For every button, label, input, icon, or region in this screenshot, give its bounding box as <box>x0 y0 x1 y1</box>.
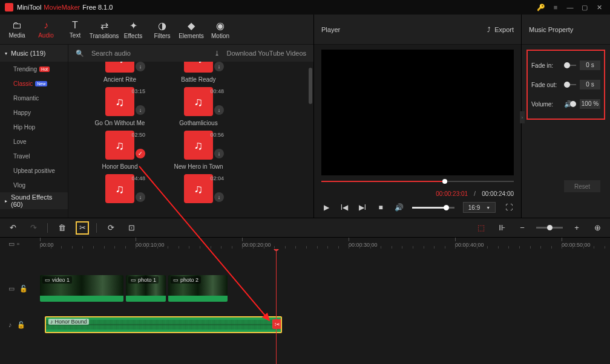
cat-travel[interactable]: Travel <box>0 149 68 163</box>
music-item[interactable]: ♫00:48↓Gothamlicious <box>162 87 235 131</box>
music-item[interactable]: ♫↓Battle Ready <box>162 62 235 87</box>
fadeout-slider[interactable] <box>564 84 576 85</box>
time-current: 00:00:23:01 <box>436 190 468 197</box>
volume-value[interactable]: 100 % <box>580 99 600 109</box>
cat-classic[interactable]: ClassicNew <box>0 76 68 91</box>
maximize-icon[interactable]: ▢ <box>579 1 591 13</box>
redo-icon[interactable]: ↷ <box>27 221 40 235</box>
category-music-header[interactable]: ▾Music (119) <box>0 45 68 62</box>
fadein-value[interactable]: 0 s <box>580 60 600 70</box>
tab-text[interactable]: TText <box>61 15 90 44</box>
music-scrollbar[interactable] <box>309 62 312 218</box>
category-sfx-header[interactable]: ▸Sound Effects (60) <box>0 192 68 209</box>
cat-happy[interactable]: Happy <box>0 105 68 120</box>
audio-clip[interactable]: ♪ Honor Bound ✂ <box>45 316 282 333</box>
player-volume-slider[interactable] <box>412 207 454 209</box>
track-head-icon[interactable]: ▭ <box>8 240 15 248</box>
fullscreen-icon[interactable]: ⛶ <box>504 203 514 212</box>
search-icon[interactable]: 🔍 <box>76 50 84 57</box>
menu-icon[interactable]: ≡ <box>549 1 562 13</box>
fadein-label: Fade in: <box>531 62 560 69</box>
download-track-icon[interactable]: ↓ <box>136 62 145 71</box>
close-icon[interactable]: ✕ <box>593 1 605 13</box>
tab-elements[interactable]: ◆Elements <box>177 15 206 44</box>
prev-frame-icon[interactable]: I◀ <box>339 203 349 212</box>
aspect-select[interactable]: 16:9▼ <box>463 202 496 213</box>
timeline[interactable]: ▭🔓 ▭ video 1 ▭ photo 1 ▭ photo 2 ♪🔓 ♪ Ho… <box>0 249 610 364</box>
music-item[interactable]: ♫02:04↓ <box>162 174 235 218</box>
fadeout-label: Fade out: <box>531 82 560 88</box>
lock-icon[interactable]: 🔓 <box>17 321 25 329</box>
fadeout-value[interactable]: 0 s <box>580 80 600 89</box>
timeline-ruler[interactable]: ▭ ▫ 00:0000:00:10:0000:00:20:0000:00:30:… <box>0 237 610 249</box>
undo-icon[interactable]: ↶ <box>6 221 19 235</box>
app-version: Free 8.1.0 <box>82 4 113 11</box>
track-head-icon-b[interactable]: ▫ <box>17 240 19 247</box>
stop-icon[interactable]: ■ <box>376 203 385 212</box>
player-title: Player <box>321 26 340 33</box>
music-item[interactable]: ♫03:15↓Go On Without Me <box>84 87 156 131</box>
fadein-slider[interactable] <box>564 65 576 66</box>
download-track-icon[interactable]: ↓ <box>214 62 224 71</box>
tab-motion[interactable]: ◉Motion <box>206 15 235 44</box>
download-icon[interactable]: ⤓ <box>214 50 220 57</box>
lock-icon[interactable]: 🔓 <box>19 285 28 293</box>
download-track-icon[interactable]: ↓ <box>214 105 224 115</box>
next-frame-icon[interactable]: ▶I <box>358 203 367 212</box>
cat-love[interactable]: Love <box>0 134 68 149</box>
app-title-b: MovieMaker <box>44 4 80 11</box>
reset-button[interactable]: Reset <box>564 180 600 192</box>
track-added-icon[interactable]: ✓ <box>136 149 145 158</box>
download-label[interactable]: Download YouTube Videos <box>227 50 307 57</box>
audio-track-icon[interactable]: ♪ <box>8 321 12 328</box>
cat-vlog[interactable]: Vlog <box>0 178 68 192</box>
key-icon[interactable]: 🔑 <box>535 1 547 13</box>
marker-a-icon[interactable]: ⬚ <box>474 221 488 235</box>
search-label[interactable]: Search audio <box>91 50 131 57</box>
playhead[interactable] <box>276 249 277 364</box>
video-clip[interactable]: ▭ video 1 <box>40 275 123 302</box>
cat-hiphop[interactable]: Hip Hop <box>0 120 68 134</box>
app-title-a: MiniTool <box>17 4 41 11</box>
marker-b-icon[interactable]: ⊪ <box>495 221 508 235</box>
music-item[interactable]: ♫↓Ancient Rite <box>84 62 156 87</box>
download-track-icon[interactable]: ↓ <box>136 105 145 115</box>
download-track-icon[interactable]: ↓ <box>214 192 224 202</box>
tab-effects[interactable]: ✦Effects <box>119 15 148 44</box>
speed-icon[interactable]: ⟳ <box>104 221 117 235</box>
play-icon[interactable]: ▶ <box>321 203 331 212</box>
delete-icon[interactable]: 🗑 <box>55 221 68 235</box>
tab-transitions[interactable]: ⇄Transitions <box>90 15 119 44</box>
music-item[interactable]: ♫02:50✓Honor Bound <box>84 131 156 174</box>
split-icon[interactable]: ✂ <box>76 221 89 235</box>
download-track-icon[interactable]: ↓ <box>136 192 145 202</box>
preview-canvas[interactable] <box>321 50 514 175</box>
split-marker-icon[interactable]: ✂ <box>272 319 282 329</box>
seek-bar[interactable] <box>321 178 514 185</box>
cat-upbeat[interactable]: Upbeat positive <box>0 163 68 178</box>
cat-romantic[interactable]: Romantic <box>0 91 68 105</box>
photo-clip[interactable]: ▭ photo 1 <box>126 275 166 302</box>
zoom-out-icon[interactable]: − <box>516 221 529 235</box>
zoom-in-icon[interactable]: + <box>570 221 583 235</box>
collapse-panel-icon[interactable]: › <box>520 111 525 123</box>
cat-trending[interactable]: TrendingHot <box>0 62 68 76</box>
zoom-fit-icon[interactable]: ⊕ <box>591 221 604 235</box>
video-track-icon[interactable]: ▭ <box>8 285 15 293</box>
minimize-icon[interactable]: — <box>564 1 576 13</box>
export-button[interactable]: ⤴Export <box>487 26 514 33</box>
music-properties-box: Fade in: 0 s Fade out: 0 s Volume: 🔊 100… <box>526 50 605 120</box>
download-track-icon[interactable]: ↓ <box>214 149 224 158</box>
properties-title: Music Property <box>522 15 610 45</box>
export-icon: ⤴ <box>487 26 491 33</box>
tab-media[interactable]: 🗀Media <box>2 15 31 44</box>
music-item[interactable]: ♫00:56↓New Hero in Town <box>162 131 235 174</box>
music-item[interactable]: ♫04:48↓ <box>84 174 156 218</box>
photo-clip[interactable]: ▭ photo 2 <box>168 275 228 302</box>
zoom-slider[interactable] <box>536 227 563 229</box>
tab-filters[interactable]: ◑Filters <box>148 15 177 44</box>
crop-icon[interactable]: ⊡ <box>125 221 138 235</box>
volume-label: Volume: <box>531 101 560 108</box>
volume-icon[interactable]: 🔊 <box>394 203 404 212</box>
tab-audio[interactable]: ♪Audio <box>31 15 61 44</box>
